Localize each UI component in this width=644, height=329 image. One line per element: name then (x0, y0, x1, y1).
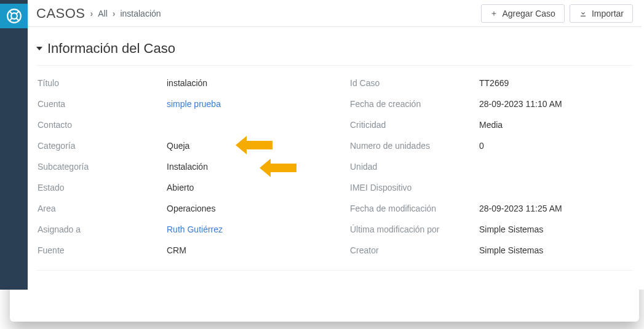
value-cuenta[interactable]: simple prueba (167, 99, 319, 109)
breadcrumb-current: instalación (120, 9, 161, 18)
value-area: Operaciones (167, 204, 319, 213)
content: Información del Caso Título instalación … (28, 27, 642, 279)
download-icon (579, 9, 587, 18)
label-idcaso: Id Caso (350, 78, 448, 88)
value-idcaso: TT2669 (479, 78, 632, 88)
label-fcreacion: Fecha de creación (350, 99, 448, 109)
value-unidad (479, 162, 632, 172)
value-fmod: 28-09-2023 11:25 AM (479, 204, 632, 213)
value-imei (479, 183, 632, 192)
add-case-button[interactable]: Agregar Caso (481, 4, 564, 23)
case-info-panel: Información del Caso Título instalación … (36, 38, 633, 271)
header: CASOS › All › instalación Agregar Caso I… (28, 0, 642, 27)
label-criticidad: Criticidad (350, 120, 448, 130)
panel-title: Información del Caso (47, 41, 175, 57)
lifebuoy-icon[interactable] (0, 4, 28, 28)
label-subcategoria: Subcategoría (38, 162, 136, 172)
value-fuente: CRM (167, 245, 319, 255)
value-ultmod: Simple Sistemas (479, 224, 632, 234)
import-button[interactable]: Importar (570, 4, 633, 23)
value-categoria: Queja (167, 141, 319, 151)
label-creator: Creator (350, 245, 448, 255)
value-contacto (167, 120, 319, 130)
label-nunidades: Numero de unidades (350, 141, 448, 151)
add-case-label: Agregar Caso (502, 9, 555, 18)
label-unidad: Unidad (350, 162, 448, 172)
value-creator: Simple Sistemas (479, 245, 632, 255)
caret-down-icon[interactable] (36, 47, 42, 50)
breadcrumb-all[interactable]: All (98, 9, 108, 18)
value-titulo: instalación (167, 78, 319, 88)
label-asignado: Asignado a (38, 224, 136, 234)
plus-icon (490, 10, 498, 17)
value-estado: Abierto (167, 183, 319, 192)
svg-line-2 (9, 11, 12, 14)
value-asignado[interactable]: Ruth Gutiérrez (167, 224, 319, 234)
value-subcategoria: Instalación (167, 162, 319, 172)
breadcrumb-module[interactable]: CASOS (36, 6, 85, 22)
panel-body: Título instalación Id Caso TT2669 Cuenta… (36, 65, 633, 271)
value-fcreacion: 28-09-2023 11:10 AM (479, 99, 632, 109)
label-titulo: Título (38, 78, 136, 88)
label-cuenta: Cuenta (38, 99, 136, 109)
sidebar (0, 0, 28, 290)
details-grid: Título instalación Id Caso TT2669 Cuenta… (36, 78, 633, 255)
chevron-right-icon: › (90, 9, 93, 18)
main-area: CASOS › All › instalación Agregar Caso I… (28, 0, 644, 290)
value-nunidades: 0 (479, 141, 632, 151)
panel-header: Información del Caso (36, 38, 633, 65)
label-estado: Estado (38, 183, 136, 192)
breadcrumb: CASOS › All › instalación (36, 6, 161, 22)
label-imei: IMEI Dispositivo (350, 183, 448, 192)
header-buttons: Agregar Caso Importar (481, 4, 633, 23)
label-categoria: Categoría (38, 141, 136, 151)
chevron-right-icon: › (113, 9, 116, 18)
label-fuente: Fuente (38, 245, 136, 255)
value-criticidad: Media (479, 120, 632, 130)
label-ultmod: Última modificación por (350, 224, 448, 234)
svg-line-4 (9, 18, 12, 20)
svg-point-1 (11, 13, 17, 19)
label-area: Area (38, 204, 136, 213)
label-fmod: Fecha de modificación (350, 204, 448, 213)
svg-line-5 (16, 18, 18, 20)
svg-line-3 (16, 11, 18, 14)
label-contacto: Contacto (38, 120, 136, 130)
import-label: Importar (592, 9, 624, 18)
